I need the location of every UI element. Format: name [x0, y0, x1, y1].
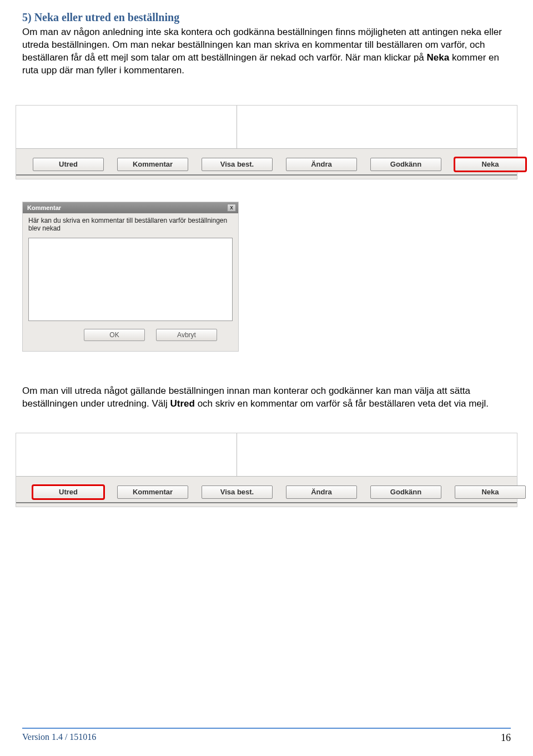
dialog-button-row: OK Avbryt	[23, 321, 238, 341]
neka-button[interactable]: Neka	[455, 158, 526, 171]
paragraph-2: Om man vill utreda något gällande bestäl…	[22, 385, 511, 410]
avbryt-button[interactable]: Avbryt	[156, 329, 217, 341]
andra-button[interactable]: Ändra	[286, 158, 357, 171]
ok-button[interactable]: OK	[84, 329, 145, 341]
paragraph-1-bold: Neka	[427, 52, 450, 63]
visa-best-button[interactable]: Visa best.	[202, 158, 273, 171]
page-footer: Version 1.4 / 151016 16	[22, 728, 511, 754]
button-bar-screenshot-1: Utred Kommentar Visa best. Ändra Godkänn…	[16, 105, 517, 179]
utred-button[interactable]: Utred	[33, 158, 104, 171]
kommentar-button[interactable]: Kommentar	[117, 158, 188, 171]
bar-divider-2	[237, 433, 237, 476]
godkann-button-2[interactable]: Godkänn	[370, 485, 441, 499]
kommentar-button-2[interactable]: Kommentar	[117, 485, 188, 499]
utred-button-2[interactable]: Utred	[33, 485, 104, 499]
paragraph-2-bold: Utred	[170, 398, 195, 409]
footer-page-number: 16	[501, 732, 511, 744]
dialog-description: Här kan du skriva en kommentar till best…	[23, 213, 238, 232]
button-row: Utred Kommentar Visa best. Ändra Godkänn…	[16, 149, 517, 176]
button-row-2: Utred Kommentar Visa best. Ändra Godkänn…	[16, 477, 517, 503]
neka-button-2[interactable]: Neka	[455, 485, 526, 499]
bar-top-blank	[16, 106, 517, 149]
paragraph-2-text-b: och skriv en kommentar om varför så får …	[195, 398, 489, 409]
bar-top-blank-2	[16, 433, 517, 477]
kommentar-dialog: Kommentar x Här kan du skriva en komment…	[22, 202, 239, 352]
footer-version: Version 1.4 / 151016	[22, 732, 96, 744]
paragraph-1: Om man av någon anledning inte ska konte…	[22, 26, 511, 77]
godkann-button[interactable]: Godkänn	[370, 158, 441, 171]
dialog-titlebar: Kommentar x	[23, 202, 238, 213]
visa-best-button-2[interactable]: Visa best.	[202, 485, 273, 499]
andra-button-2[interactable]: Ändra	[286, 485, 357, 499]
comment-textarea[interactable]	[28, 238, 233, 321]
bar-divider	[237, 106, 237, 148]
section-heading: 5) Neka eller utred en beställning	[22, 11, 511, 24]
dialog-title-text: Kommentar	[27, 202, 61, 213]
button-bar-screenshot-2: Utred Kommentar Visa best. Ändra Godkänn…	[16, 433, 517, 507]
close-icon[interactable]: x	[227, 204, 236, 212]
